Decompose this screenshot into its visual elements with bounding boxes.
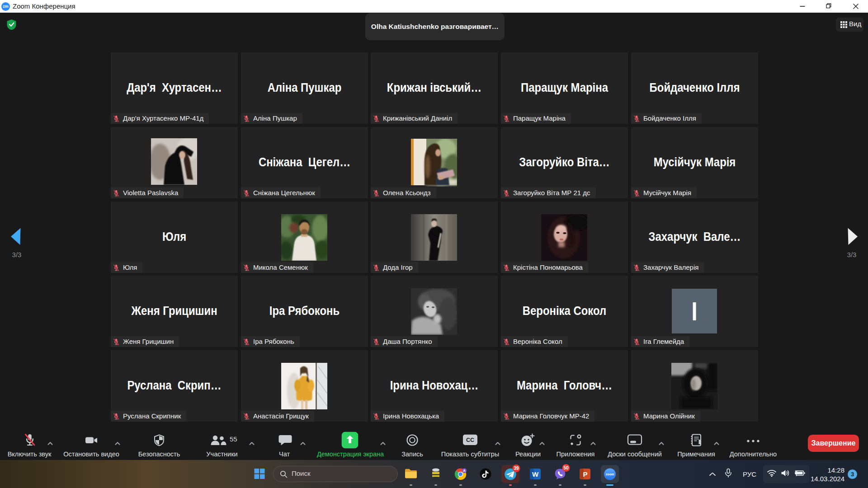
svg-text:A: A [463, 469, 466, 473]
svg-text:CC: CC [466, 437, 474, 443]
svg-text:zoom: zoom [606, 473, 614, 476]
svg-text:P: P [583, 470, 587, 478]
svg-text:W: W [532, 470, 539, 478]
